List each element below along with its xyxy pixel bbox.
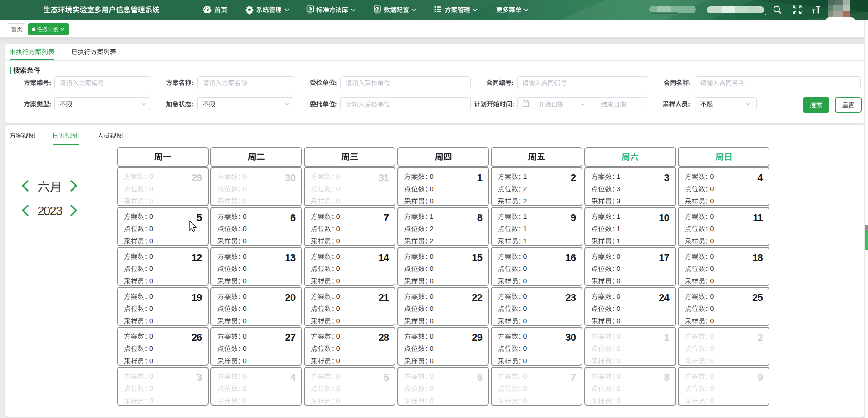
svg-text:0: 0: [710, 225, 714, 232]
svg-text:0: 0: [336, 373, 340, 380]
svg-text:2: 2: [571, 172, 576, 183]
svg-text:0: 0: [149, 345, 153, 352]
svg-text:0: 0: [149, 385, 153, 392]
svg-text:0: 0: [430, 185, 434, 192]
svg-text:18: 18: [752, 252, 763, 263]
svg-text:1: 1: [664, 332, 670, 343]
svg-text:29: 29: [192, 172, 202, 183]
svg-text:4: 4: [757, 172, 763, 183]
svg-text:25: 25: [752, 292, 763, 303]
svg-text:0: 0: [617, 293, 621, 300]
svg-text:0: 0: [710, 265, 714, 272]
svg-text:0: 0: [149, 253, 153, 260]
svg-text:0: 0: [617, 305, 621, 312]
svg-text:6: 6: [290, 212, 296, 223]
svg-text:1: 1: [617, 237, 621, 245]
svg-text:0: 0: [617, 397, 621, 404]
svg-text:0: 0: [336, 225, 340, 232]
svg-text:0: 0: [617, 317, 621, 325]
svg-text:0: 0: [523, 265, 527, 272]
svg-text:23: 23: [565, 292, 576, 303]
svg-text:14: 14: [378, 252, 389, 263]
svg-text:0: 0: [617, 277, 621, 285]
svg-text:6: 6: [477, 372, 483, 383]
svg-text:0: 0: [243, 305, 247, 312]
svg-text:0: 0: [523, 253, 527, 260]
svg-text:0: 0: [336, 345, 340, 352]
svg-text:0: 0: [430, 277, 434, 285]
svg-text:0: 0: [336, 357, 340, 364]
svg-text:0: 0: [710, 345, 714, 352]
svg-text:17: 17: [659, 252, 669, 263]
svg-text:0: 0: [430, 397, 434, 404]
svg-text:0: 0: [149, 197, 153, 205]
svg-text:0: 0: [243, 225, 247, 232]
svg-text:0: 0: [710, 397, 714, 404]
svg-text:0: 0: [336, 397, 340, 404]
svg-text:0: 0: [710, 293, 714, 300]
svg-text:0: 0: [336, 317, 340, 325]
svg-text:0: 0: [243, 373, 247, 380]
svg-text:0: 0: [149, 333, 153, 340]
svg-text:0: 0: [243, 277, 247, 285]
svg-text:7: 7: [384, 212, 389, 223]
svg-text:22: 22: [472, 292, 482, 303]
svg-text:0: 0: [710, 173, 714, 180]
svg-text:-: -: [582, 101, 584, 108]
svg-text:16: 16: [565, 252, 576, 263]
svg-text:0: 0: [523, 293, 527, 300]
svg-text:0: 0: [710, 373, 714, 380]
svg-text:0: 0: [430, 293, 434, 300]
svg-text:0: 0: [710, 305, 714, 312]
svg-text:0: 0: [243, 385, 247, 392]
svg-text:0: 0: [710, 237, 714, 245]
svg-text:1: 1: [617, 213, 621, 220]
svg-text:0: 0: [710, 185, 714, 192]
svg-text:0: 0: [617, 345, 621, 352]
svg-text:15: 15: [472, 252, 482, 263]
svg-text:0: 0: [243, 253, 247, 260]
svg-text:0: 0: [430, 253, 434, 260]
svg-text:2023: 2023: [37, 204, 62, 218]
svg-text:0: 0: [617, 333, 621, 340]
svg-text:1: 1: [477, 172, 483, 183]
svg-text:27: 27: [285, 332, 296, 343]
svg-text:0: 0: [617, 253, 621, 260]
svg-text:0: 0: [430, 373, 434, 380]
svg-text:0: 0: [336, 197, 340, 205]
svg-text:0: 0: [243, 185, 247, 192]
svg-text:0: 0: [243, 333, 247, 340]
svg-text:8: 8: [664, 372, 670, 383]
svg-text:8: 8: [477, 212, 483, 223]
svg-text:0: 0: [710, 277, 714, 285]
svg-text:1: 1: [430, 213, 434, 220]
svg-text:2: 2: [523, 185, 527, 192]
svg-text:9: 9: [757, 372, 763, 383]
svg-text:0: 0: [336, 185, 340, 192]
svg-text:7: 7: [571, 372, 576, 383]
svg-text:0: 0: [523, 345, 527, 352]
svg-text:26: 26: [192, 332, 202, 343]
svg-text:9: 9: [571, 212, 576, 223]
svg-text:0: 0: [243, 345, 247, 352]
svg-text:0: 0: [149, 237, 153, 245]
svg-text:0: 0: [149, 293, 153, 300]
svg-text:0: 0: [523, 385, 527, 392]
svg-text:0: 0: [243, 317, 247, 325]
svg-text:0: 0: [710, 253, 714, 260]
svg-text:0: 0: [430, 333, 434, 340]
svg-text:0: 0: [710, 317, 714, 325]
svg-text:1: 1: [523, 237, 527, 245]
svg-text:21: 21: [378, 292, 389, 303]
svg-text:0: 0: [243, 197, 247, 205]
svg-text:1: 1: [617, 173, 621, 180]
svg-text:0: 0: [243, 357, 247, 364]
svg-text:0: 0: [243, 173, 247, 180]
svg-text:0: 0: [336, 173, 340, 180]
svg-text:29: 29: [472, 332, 482, 343]
svg-text:0: 0: [617, 357, 621, 364]
svg-text:2: 2: [523, 197, 527, 205]
svg-text:0: 0: [149, 173, 153, 180]
svg-text:19: 19: [192, 292, 202, 303]
svg-text:2: 2: [430, 225, 434, 232]
